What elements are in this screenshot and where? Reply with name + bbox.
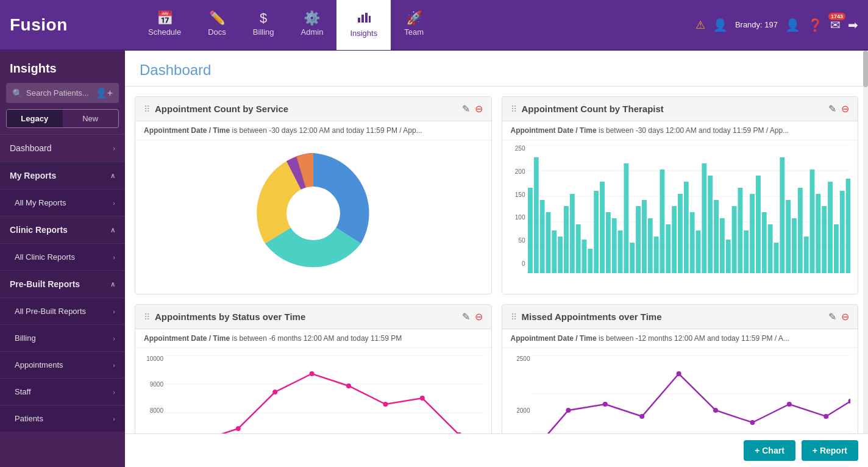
toggle-new[interactable]: New: [63, 110, 119, 127]
svg-point-86: [602, 402, 607, 407]
logout-icon[interactable]: ➡: [848, 18, 858, 32]
svg-rect-12: [533, 157, 538, 273]
widget-3-title-row: ⠿ Appointments by Status over Time: [144, 312, 305, 322]
search-bar[interactable]: 🔍 👤+: [6, 83, 119, 103]
drag-handle-icon-3[interactable]: ⠿: [144, 312, 150, 322]
chevron-right-icon: ›: [113, 144, 115, 152]
svg-rect-37: [683, 182, 688, 273]
svg-rect-51: [767, 224, 772, 273]
widget-1-filter: Appointment Date / Time is between -30 d…: [135, 121, 491, 140]
docs-icon: ✏️: [209, 12, 226, 25]
y-label-2000: 2000: [507, 407, 530, 414]
chevron-up-icon: ∧: [110, 172, 115, 180]
sidebar-billing-label: Billing: [15, 333, 36, 343]
drag-handle-icon[interactable]: ⠿: [144, 104, 150, 114]
nav-team[interactable]: 🚀 Team: [391, 0, 437, 50]
svg-rect-58: [809, 169, 814, 273]
nav-docs[interactable]: ✏️ Docs: [194, 0, 240, 50]
nav-items: 📅 Schedule ✏️ Docs $ Billing ⚙️ Admin: [135, 0, 695, 50]
scrollbar-thumb[interactable]: [863, 51, 868, 87]
sidebar-item-dashboard[interactable]: Dashboard ›: [0, 134, 125, 162]
mail-icon[interactable]: ✉: [830, 18, 841, 32]
y-label-250: 250: [507, 145, 525, 152]
nav-schedule[interactable]: 📅 Schedule: [135, 0, 194, 50]
widget-3-filter: Appointment Date / Time is between -6 mo…: [135, 329, 491, 348]
widget-3-title: Appointments by Status over Time: [155, 312, 305, 322]
widget-1-edit-icon[interactable]: ✎: [462, 103, 470, 115]
svg-rect-23: [600, 182, 605, 273]
svg-rect-38: [689, 212, 694, 273]
widget-2-remove-icon[interactable]: ⊖: [841, 103, 849, 115]
nav-docs-label: Docs: [208, 27, 226, 37]
sidebar-item-billing[interactable]: Billing ›: [0, 324, 125, 351]
sidebar-item-appointments[interactable]: Appointments ›: [0, 351, 125, 378]
scrollbar[interactable]: [863, 51, 868, 467]
widget-4-edit-icon[interactable]: ✎: [828, 311, 836, 323]
svg-rect-53: [780, 157, 784, 273]
nav-billing[interactable]: $ Billing: [240, 0, 288, 50]
nav-team-label: Team: [404, 27, 424, 37]
widget-1-title: Appointment Count by Service: [155, 104, 288, 114]
sidebar-appointments-label: Appointments: [15, 360, 63, 369]
content-header: Dashboard: [125, 51, 868, 87]
svg-rect-31: [647, 218, 652, 273]
user-profile-icon[interactable]: 👤: [785, 18, 800, 32]
sidebar-dashboard-label: Dashboard: [10, 143, 52, 153]
widget-4-remove-icon[interactable]: ⊖: [841, 311, 849, 323]
svg-rect-29: [636, 206, 641, 273]
search-patients-input[interactable]: [26, 88, 91, 98]
svg-point-4: [286, 187, 340, 240]
add-report-button[interactable]: + Report: [802, 440, 858, 461]
sidebar-item-all-clinic-reports[interactable]: All Clinic Reports ›: [0, 243, 125, 270]
brand-logo: Fusion: [10, 15, 135, 35]
svg-rect-61: [828, 182, 833, 273]
svg-rect-35: [672, 206, 677, 273]
widget-appointment-by-therapist: ⠿ Appointment Count by Therapist ✎ ⊖ App…: [502, 96, 859, 294]
sidebar-section-clinic-reports[interactable]: Clinic Reports ∧: [0, 216, 125, 243]
svg-rect-64: [845, 179, 850, 273]
svg-rect-60: [822, 206, 827, 273]
nav-admin[interactable]: ⚙️ Admin: [288, 0, 337, 50]
svg-point-89: [713, 408, 717, 413]
sidebar-section-prebuilt-reports[interactable]: Pre-Built Reports ∧: [0, 270, 125, 298]
svg-rect-0: [358, 18, 360, 23]
add-chart-button[interactable]: + Chart: [744, 440, 795, 461]
bar-chart-wrapper: 250 200 150 100 50 0: [507, 145, 851, 291]
widget-2-actions: ✎ ⊖: [828, 103, 849, 115]
widget-2-edit-icon[interactable]: ✎: [828, 103, 836, 115]
sidebar-item-patients[interactable]: Patients ›: [0, 405, 125, 432]
sidebar-section-my-reports[interactable]: My Reports ∧: [0, 162, 125, 189]
nav-insights[interactable]: Insights: [336, 0, 391, 50]
y-axis: 250 200 150 100 50 0: [507, 145, 525, 267]
y-label-8000: 8000: [140, 407, 163, 414]
widget-3-edit-icon[interactable]: ✎: [462, 311, 470, 323]
widget-1-remove-icon[interactable]: ⊖: [475, 103, 483, 115]
widget-3-remove-icon[interactable]: ⊖: [475, 311, 483, 323]
user-avatar-icon[interactable]: 👤: [713, 18, 728, 32]
sidebar-title: Insights: [0, 51, 125, 83]
nav-right: ⚠ 👤 Brandy: 197 👤 ❓ ✉ 1743 ➡: [695, 18, 858, 32]
add-patient-icon[interactable]: 👤+: [95, 87, 113, 99]
drag-handle-icon-4[interactable]: ⠿: [511, 312, 517, 322]
user-name: Brandy: 197: [735, 20, 778, 29]
toggle-legacy[interactable]: Legacy: [7, 110, 63, 127]
widget-1-header: ⠿ Appointment Count by Service ✎ ⊖: [135, 97, 491, 121]
svg-rect-57: [803, 237, 808, 273]
svg-rect-18: [569, 194, 574, 273]
sidebar-item-all-my-reports[interactable]: All My Reports ›: [0, 189, 125, 216]
svg-rect-59: [816, 194, 820, 273]
chevron-right-icon-3: ›: [113, 254, 115, 261]
widget-3-header: ⠿ Appointments by Status over Time ✎ ⊖: [135, 305, 491, 329]
widget-4-title: Missed Appointments over Time: [522, 312, 662, 322]
sidebar-item-staff[interactable]: Staff ›: [0, 378, 125, 405]
chevron-right-icon-5: ›: [113, 335, 115, 342]
drag-handle-icon-2[interactable]: ⠿: [511, 104, 517, 114]
svg-rect-2: [365, 13, 368, 23]
help-icon[interactable]: ❓: [808, 18, 823, 32]
svg-point-91: [786, 402, 791, 407]
sidebar-item-all-prebuilt[interactable]: All Pre-Built Reports ›: [0, 298, 125, 324]
widget-4-filter: Appointment Date / Time is between -12 m…: [502, 329, 858, 348]
widget-4-filter-detail: is between -12 months 12:00 AM and today…: [599, 334, 789, 343]
sidebar-staff-label: Staff: [15, 387, 31, 396]
widget-2-filter-text: Appointment Date / Time: [511, 126, 597, 135]
